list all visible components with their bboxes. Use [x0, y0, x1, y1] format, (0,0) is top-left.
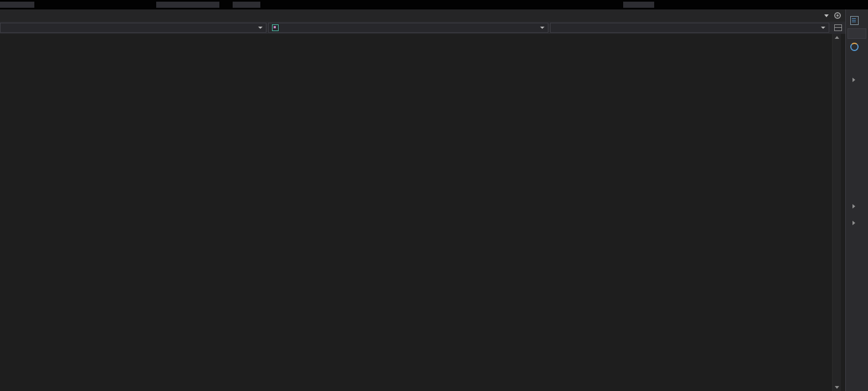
vs-window	[0, 0, 868, 391]
toolbar-strip	[0, 0, 868, 9]
tree-expand-icon[interactable]	[852, 78, 855, 82]
member-dropdown[interactable]	[550, 23, 829, 33]
type-dropdown[interactable]	[268, 23, 548, 33]
navigation-bar	[0, 22, 845, 34]
tab-bar	[0, 9, 845, 22]
solution-explorer-panel	[845, 9, 868, 391]
editor-panel-gap	[841, 34, 845, 391]
search-input[interactable]	[848, 28, 866, 39]
gear-icon[interactable]	[834, 12, 841, 19]
panel-title	[846, 9, 868, 12]
toolbar-fragment	[623, 2, 654, 8]
toolbar-fragment	[156, 2, 219, 8]
split-editor-icon[interactable]	[834, 24, 842, 31]
chevron-down-icon[interactable]	[824, 14, 829, 17]
vertical-scrollbar[interactable]	[832, 34, 841, 391]
toolbar-fragment	[233, 2, 260, 8]
tree-expand-icon[interactable]	[852, 221, 855, 225]
scrollbar-down-arrow[interactable]	[835, 386, 839, 389]
tab-overflow-controls	[824, 9, 845, 22]
toolbar-fragment	[0, 2, 34, 8]
chevron-down-icon	[258, 27, 263, 29]
documents-icon[interactable]	[850, 16, 859, 25]
tree-expand-icon[interactable]	[852, 204, 855, 209]
code-area	[0, 34, 832, 391]
struct-icon	[272, 24, 279, 31]
chevron-down-icon	[821, 27, 825, 29]
code-editor[interactable]	[0, 34, 832, 391]
scrollbar-up-arrow[interactable]	[835, 36, 839, 39]
sync-icon[interactable]	[850, 43, 859, 51]
project-dropdown[interactable]	[0, 23, 266, 33]
chevron-down-icon	[540, 27, 545, 29]
